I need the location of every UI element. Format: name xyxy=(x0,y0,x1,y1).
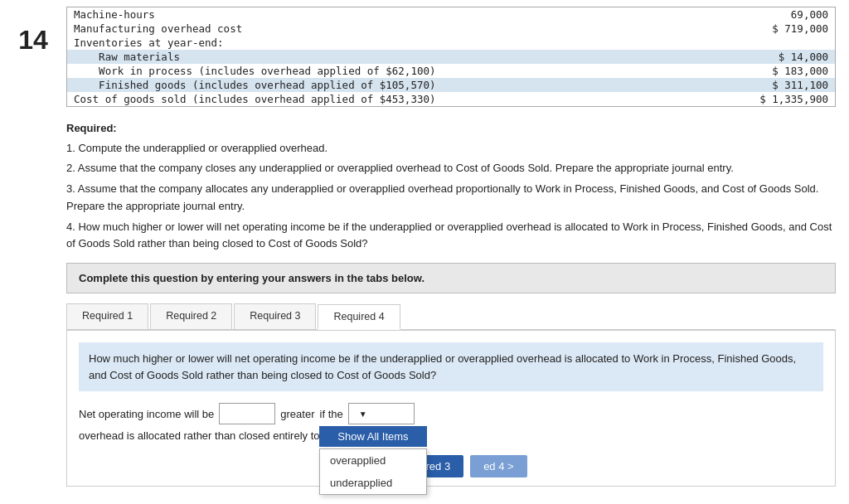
table-cell-label: Machine-hours xyxy=(67,7,697,22)
required-section: Required: 1. Compute the underapplied or… xyxy=(66,120,836,253)
answer-prefix: Net operating income will be xyxy=(79,408,214,420)
tab-required-1[interactable]: Required 1 xyxy=(66,303,148,329)
dropdown-option[interactable]: underapplied xyxy=(320,472,426,494)
required-item: 1. Compute the underapplied or overappli… xyxy=(66,140,836,158)
dropdown-menu: Show All Items overappliedunderapplied xyxy=(319,426,427,495)
instruction-box: Complete this question by entering your … xyxy=(66,263,836,293)
data-table: Machine-hours69,000Manufacturing overhea… xyxy=(66,7,836,107)
dropdown-options: overappliedunderapplied xyxy=(319,448,427,495)
table-cell-value: $ 311,100 xyxy=(697,78,836,92)
problem-number: 14 xyxy=(0,0,66,504)
required-item: 3. Assume that the company allocates any… xyxy=(66,181,836,216)
tabs-container: Required 1Required 2Required 3Required 4 xyxy=(66,303,836,331)
next-button[interactable]: ed 4 > xyxy=(470,455,527,477)
tab-required-3[interactable]: Required 3 xyxy=(234,303,316,329)
answer-input[interactable] xyxy=(219,403,275,424)
table-cell-value: $ 719,000 xyxy=(697,22,836,36)
table-cell-value xyxy=(697,36,836,50)
greater-label: greater xyxy=(280,408,314,420)
table-row: Work in process (includes overhead appli… xyxy=(67,64,836,78)
table-row: Finished goods (includes overhead applie… xyxy=(67,78,836,92)
table-row: Inventories at year-end: xyxy=(67,36,836,50)
chevron-down-icon: ▼ xyxy=(359,410,367,419)
answer-row: Net operating income will be greater if … xyxy=(79,403,823,424)
tab-required-2[interactable]: Required 2 xyxy=(150,303,232,329)
page-container: 14 Machine-hours69,000Manufacturing over… xyxy=(0,0,849,504)
table-cell-value: $ 1,335,900 xyxy=(697,92,836,107)
instruction-text: Complete this question by entering your … xyxy=(79,272,424,284)
second-answer-row: overhead is allocated rather than closed… xyxy=(79,429,823,442)
dropdown-trigger[interactable]: ▼ xyxy=(348,403,415,424)
if-the-label: if the xyxy=(320,408,343,420)
table-cell-label: Inventories at year-end: xyxy=(67,36,697,50)
table-cell-label: Finished goods (includes overhead applie… xyxy=(67,78,697,92)
table-cell-label: Manufacturing overhead cost xyxy=(67,22,697,36)
required-heading: Required: xyxy=(66,120,836,137)
table-cell-value: $ 14,000 xyxy=(697,50,836,64)
table-row: Raw materials$ 14,000 xyxy=(67,50,836,64)
dropdown-option[interactable]: overapplied xyxy=(320,449,426,472)
required-item: 2. Assume that the company closes any un… xyxy=(66,160,836,177)
tab-question: How much higher or lower will net operat… xyxy=(79,342,823,391)
required-item: 4. How much higher or lower will net ope… xyxy=(66,219,836,254)
table-cell-value: 69,000 xyxy=(697,7,836,22)
table-row: Cost of goods sold (includes overhead ap… xyxy=(67,92,836,107)
table-row: Machine-hours69,000 xyxy=(67,7,836,22)
tab-required-4[interactable]: Required 4 xyxy=(318,304,400,330)
table-cell-label: Cost of goods sold (includes overhead ap… xyxy=(67,92,697,107)
table-cell-label: Work in process (includes overhead appli… xyxy=(67,64,697,78)
table-cell-value: $ 183,000 xyxy=(697,64,836,78)
content-area: Machine-hours69,000Manufacturing overhea… xyxy=(66,0,849,504)
nav-footer: < Required 3 ed 4 > xyxy=(79,455,823,477)
show-all-items-button[interactable]: Show All Items xyxy=(319,426,427,447)
table-cell-label: Raw materials xyxy=(67,50,697,64)
table-row: Manufacturing overhead cost$ 719,000 xyxy=(67,22,836,36)
tab-content: How much higher or lower will net operat… xyxy=(66,331,836,487)
